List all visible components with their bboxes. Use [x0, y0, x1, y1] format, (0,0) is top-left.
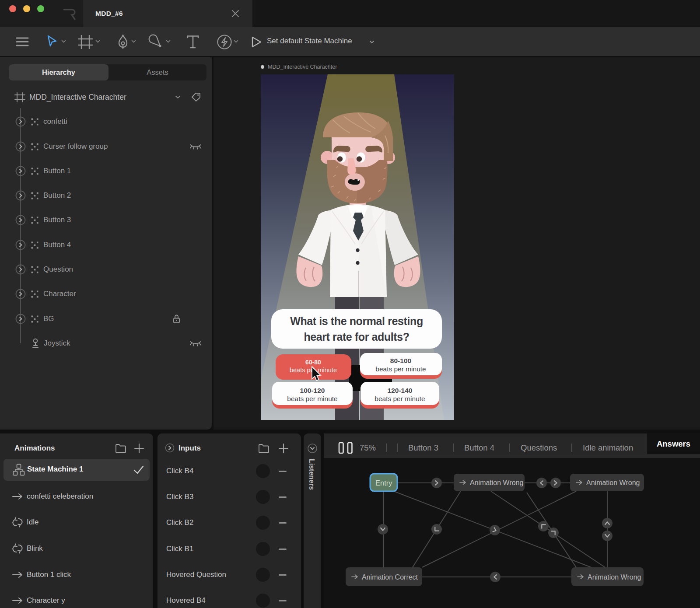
svg-text:beats per minute: beats per minute	[287, 395, 337, 402]
svg-text:heart rate for adults?: heart rate for adults?	[304, 331, 409, 343]
svg-text:120-140: 120-140	[388, 387, 413, 394]
svg-text:beats per minute: beats per minute	[374, 395, 425, 402]
svg-text:Entry: Entry	[375, 479, 392, 487]
svg-text:Animation Correct: Animation Correct	[362, 573, 418, 581]
svg-text:Animation Wrong: Animation Wrong	[470, 479, 523, 486]
svg-text:beats per minute: beats per minute	[375, 365, 426, 373]
svg-text:What is the normal resting: What is the normal resting	[290, 315, 423, 327]
svg-text:Animation Wrong: Animation Wrong	[586, 479, 640, 486]
svg-text:100-120: 100-120	[300, 387, 325, 394]
svg-text:60-80: 60-80	[305, 359, 321, 366]
svg-text:80-100: 80-100	[390, 357, 411, 364]
svg-text:Animation Wrong: Animation Wrong	[588, 573, 641, 581]
